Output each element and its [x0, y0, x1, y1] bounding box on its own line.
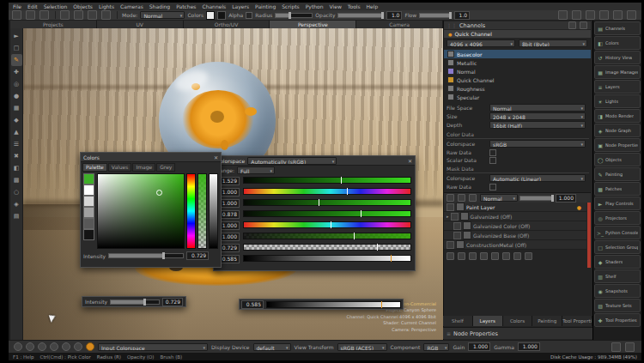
- palette-button-painting[interactable]: ✎Painting: [594, 167, 641, 181]
- range-dropdown[interactable]: Full: [237, 166, 275, 174]
- layer-row[interactable]: Paint Layer ●: [444, 203, 586, 212]
- palette-button-layers[interactable]: ≡Layers: [594, 80, 641, 94]
- colorspace-panel-titlebar[interactable]: Colorspace Automatically (sRGB) ✕: [214, 156, 415, 166]
- display-device-dropdown[interactable]: default: [253, 343, 291, 351]
- input-colorspace-dropdown[interactable]: Input Colorspace: [98, 343, 208, 351]
- close-icon[interactable]: ✕: [214, 154, 218, 160]
- drag-dots-icon[interactable]: ≡: [447, 330, 451, 336]
- flow-value[interactable]: 1.0: [454, 11, 470, 20]
- snapshot-icon[interactable]: [627, 10, 636, 20]
- patch-select-tool-icon[interactable]: ▩: [11, 174, 22, 186]
- cache-layer-icon[interactable]: [491, 252, 499, 260]
- color-swatch[interactable]: [83, 173, 94, 185]
- palette-button-shaders[interactable]: ◆Shaders: [594, 255, 641, 269]
- lock-layer-icon[interactable]: [480, 252, 488, 260]
- gamma-value[interactable]: 1.000: [518, 342, 540, 351]
- tab-layers[interactable]: Layers: [473, 316, 503, 326]
- go-to-start-icon[interactable]: [14, 342, 22, 351]
- layer-visibility-icon[interactable]: [453, 232, 461, 239]
- redo-icon[interactable]: [74, 10, 83, 20]
- brush-tool-icon[interactable]: [88, 10, 97, 20]
- menu-cameras[interactable]: Cameras: [120, 3, 143, 10]
- component-dropdown[interactable]: RGB: [423, 343, 449, 351]
- wireframe-toggle-icon[interactable]: [613, 10, 623, 20]
- floating-intensity-slider[interactable]: [110, 299, 160, 305]
- add-layer-icon[interactable]: [447, 194, 454, 202]
- palette-button-image-manager[interactable]: ▦Image Manager: [594, 65, 641, 79]
- radius-slider[interactable]: [275, 13, 313, 18]
- zoom-tool-icon[interactable]: ▤: [11, 210, 22, 222]
- channel-list-item[interactable]: Roughness: [444, 84, 591, 93]
- palette-button-patches[interactable]: ▩Patches: [594, 182, 641, 196]
- tab-tool-properties[interactable]: Tool Properties: [562, 316, 592, 326]
- new-project-icon[interactable]: [12, 10, 21, 20]
- layer-row[interactable]: Galvanized Base (Off): [444, 231, 586, 240]
- symmetry-icon[interactable]: [558, 10, 568, 20]
- blue-channel-slider[interactable]: [243, 210, 411, 217]
- menu-tools[interactable]: Tools: [348, 3, 361, 10]
- channel-list-item[interactable]: Metallic: [444, 58, 591, 67]
- gain-value[interactable]: 1.000: [468, 342, 490, 351]
- palette-button-python-console[interactable]: >_Python Console: [594, 226, 641, 239]
- save-project-icon[interactable]: [39, 10, 49, 20]
- channel-size-dropdown[interactable]: 4096 x 4096: [447, 39, 515, 47]
- hud-toggle-icon[interactable]: [625, 342, 635, 352]
- fullscreen-icon[interactable]: [611, 342, 621, 352]
- stop-icon[interactable]: [50, 342, 58, 351]
- channel-depth-dropdown[interactable]: 8bit (Byte): [519, 39, 587, 47]
- delete-layer-icon[interactable]: [525, 252, 532, 260]
- colorspace-auto-dropdown[interactable]: Automatically (sRGB): [247, 157, 337, 165]
- menu-selection[interactable]: Selection: [44, 3, 68, 10]
- clone-stamp-tool-icon[interactable]: ◎: [11, 78, 22, 90]
- colorspace-dropdown[interactable]: sRGB: [489, 140, 586, 148]
- palette-button-objects[interactable]: ◯Objects: [594, 153, 641, 166]
- grid-toggle-icon[interactable]: [586, 10, 595, 20]
- color-picker-square[interactable]: [97, 173, 185, 249]
- channel-list-item[interactable]: Specular: [444, 93, 591, 101]
- mask-colorspace-dropdown[interactable]: Automatic (Linear): [489, 174, 586, 182]
- palette-button-modo-render[interactable]: ◨Modo Render: [594, 109, 641, 123]
- layer-row[interactable]: ▸ Galvanized (Off): [444, 212, 586, 221]
- menu-file[interactable]: File: [13, 3, 21, 10]
- menu-edit[interactable]: Edit: [27, 3, 38, 10]
- add-group-icon[interactable]: [458, 194, 465, 202]
- channel-list-item[interactable]: Basecolor: [444, 50, 591, 58]
- menu-channels[interactable]: Channels: [202, 3, 226, 10]
- view-transform-dropdown[interactable]: sRGB (ACES): [337, 343, 387, 351]
- layer-amount-slider[interactable]: [519, 196, 554, 201]
- intensity-value[interactable]: 0.729: [186, 251, 209, 260]
- colors-dialog-titlebar[interactable]: Colors ✕: [81, 153, 221, 162]
- channel-list-item[interactable]: Normal: [444, 67, 591, 76]
- palette-button-projectors[interactable]: ◎Projectors: [594, 211, 641, 225]
- palette-button-node-properties[interactable]: ▣Node Properties: [594, 138, 641, 152]
- marquee-select-tool-icon[interactable]: □: [11, 42, 22, 54]
- size-dropdown[interactable]: 2048 x 2048: [489, 112, 586, 120]
- channel-list-item[interactable]: Quick Channel: [444, 76, 591, 84]
- tab-painting[interactable]: Painting: [532, 316, 562, 326]
- lighting-toggle-icon[interactable]: [599, 10, 609, 20]
- raw-data-checkbox[interactable]: [489, 149, 496, 156]
- alpha-checkbox[interactable]: [246, 12, 252, 19]
- layer-visibility-icon[interactable]: [451, 213, 459, 221]
- tab-ortho-uv[interactable]: Ortho/UV: [184, 21, 270, 28]
- hide-tool-icon[interactable]: ✖: [11, 150, 22, 162]
- white-slider-value[interactable]: 0.585: [241, 300, 264, 309]
- layer-amount-value[interactable]: 1.000: [556, 194, 576, 203]
- share-layer-icon[interactable]: [502, 252, 510, 260]
- menu-scripts[interactable]: Scripts: [282, 3, 300, 10]
- menu-lights[interactable]: Lights: [99, 3, 114, 10]
- flatten-layer-icon[interactable]: [469, 252, 477, 260]
- menu-view[interactable]: View: [330, 3, 342, 10]
- menu-shading[interactable]: Shading: [149, 3, 170, 10]
- hue-strip[interactable]: [186, 173, 196, 249]
- palette-button-node-graph[interactable]: ◈Node Graph: [594, 124, 641, 137]
- saturation-slider[interactable]: [243, 221, 411, 228]
- luminance-slider[interactable]: [243, 255, 411, 262]
- drag-dots-icon[interactable]: ⋮⋮: [447, 22, 457, 28]
- depth-dropdown[interactable]: 16bit (Half): [489, 121, 586, 129]
- select-tool-icon[interactable]: ►: [11, 30, 22, 42]
- duplicate-layer-icon[interactable]: [447, 252, 454, 260]
- menu-painting[interactable]: Painting: [255, 3, 276, 10]
- paint-mode-dropdown[interactable]: Normal: [140, 11, 185, 19]
- palette-button-tool-properties[interactable]: ✚Tool Properties: [594, 313, 641, 327]
